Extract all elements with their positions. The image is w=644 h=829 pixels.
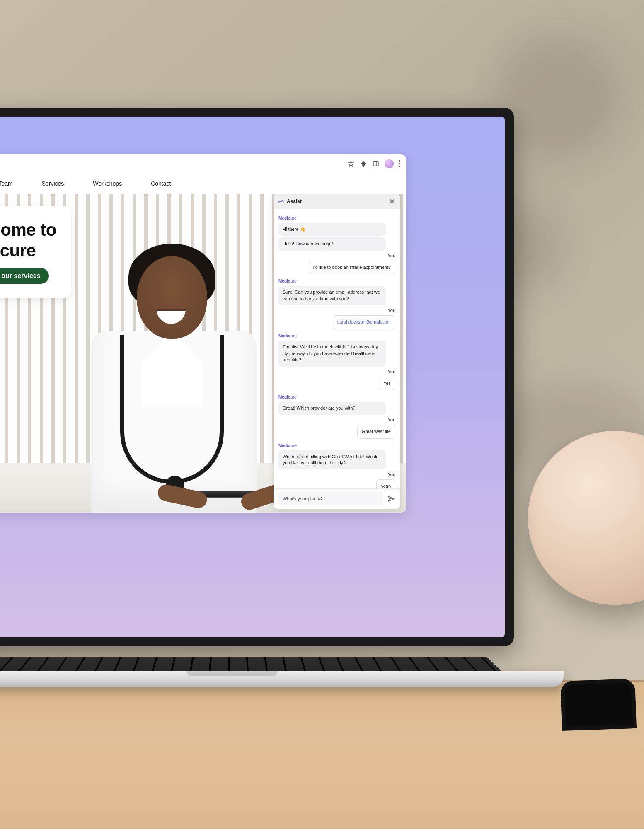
chat-row-you: Great west life [278,425,395,440]
hero-card: Welcome to Medicure Checkout our service… [0,206,71,298]
chat-bubble-bot: Great! Which provider are you with? [278,402,386,415]
nav-item-workshops[interactable]: Workshops [93,180,122,187]
hero-title: Welcome to Medicure [0,220,56,261]
chat-row-you: sarah.jackson@gmail.com [278,315,395,331]
chat-party-label-you: You [278,369,395,375]
nav-item-contact[interactable]: Contact [151,180,171,187]
desk-surface [0,680,644,829]
chat-row-you: I'd like to book an intake appointment? [278,261,395,276]
chat-bubble-you: I'd like to book an intake appointment? [309,261,395,274]
chat-bubble-you: Yes [379,377,395,390]
profile-avatar[interactable] [385,159,394,168]
chat-input[interactable] [278,492,383,505]
chat-brand: Assist [287,198,302,204]
laptop-screen: me Our Team Services Workshops Contact [0,117,505,637]
browser-window: me Our Team Services Workshops Contact [0,154,406,513]
chat-bubble-you: yeah [376,479,395,488]
assist-logo-icon [278,198,284,205]
svg-rect-1 [373,161,378,166]
star-icon[interactable] [347,160,355,167]
laptop-bezel: me Our Team Services Workshops Contact [0,108,514,646]
laptop-keyboard [0,657,501,671]
chat-widget: Assist MedicureHi there 👋Hello! How can … [274,194,400,509]
nav-item-services[interactable]: Services [42,180,64,187]
chat-row-you: yeah [278,479,395,488]
chat-bubble-bot: We do direct billing with Great West Lif… [278,450,386,470]
chat-bubble-you: Great west life [357,425,395,438]
site-nav: me Our Team Services Workshops Contact [0,173,406,194]
chat-bubble-bot: Thanks! We'll be in touch within 1 busin… [278,341,386,366]
chat-party-label-bot: Medicure [278,333,395,339]
chat-party-label-bot: Medicure [278,215,395,221]
chat-party-label-you: You [278,308,395,314]
chat-bubble-bot: Hi there 👋 [278,223,386,236]
chat-bubble-you: sarah.jackson@gmail.com [333,315,395,329]
chat-bubble-bot: Sure. Can you provide an email address t… [278,286,386,305]
chat-party-label-bot: Medicure [278,278,395,284]
phone-prop [560,679,637,731]
cta-button[interactable]: Checkout our services [0,268,49,284]
close-icon[interactable] [388,197,396,205]
chat-row-you: Yes [278,377,395,392]
panel-icon[interactable] [372,160,380,167]
doctor-figure [75,231,265,513]
chat-bubble-bot: Hello! How can we help? [278,237,386,250]
chat-body[interactable]: MedicureHi there 👋Hello! How can we help… [274,209,400,488]
chat-input-row [274,488,400,509]
send-button[interactable] [386,494,396,504]
chat-party-label-bot: Medicure [278,394,395,400]
chat-party-label-you: You [278,417,395,423]
page-hero: Welcome to Medicure Checkout our service… [0,194,406,513]
kebab-menu-icon[interactable] [399,160,400,167]
laptop: me Our Team Services Workshops Contact [0,108,514,687]
browser-toolbar [0,154,406,173]
chat-party-label-you: You [278,472,395,478]
hero-title-line1: Welcome to [0,220,56,239]
laptop-base [0,671,564,687]
chat-party-label-you: You [278,253,395,259]
chat-party-label-bot: Medicure [278,443,395,449]
extensions-icon[interactable] [360,160,367,167]
chat-header: Assist [274,194,400,209]
nav-item-our-team[interactable]: Our Team [0,180,13,187]
hero-title-line2: Medicure [0,241,36,260]
svg-marker-0 [348,161,353,166]
